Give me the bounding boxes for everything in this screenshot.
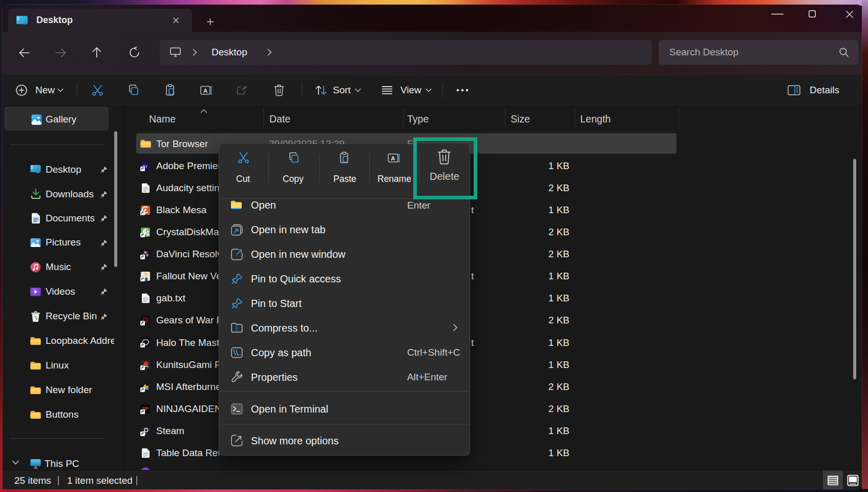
svg-text:A: A: [391, 155, 395, 161]
svg-text:A: A: [203, 88, 207, 94]
